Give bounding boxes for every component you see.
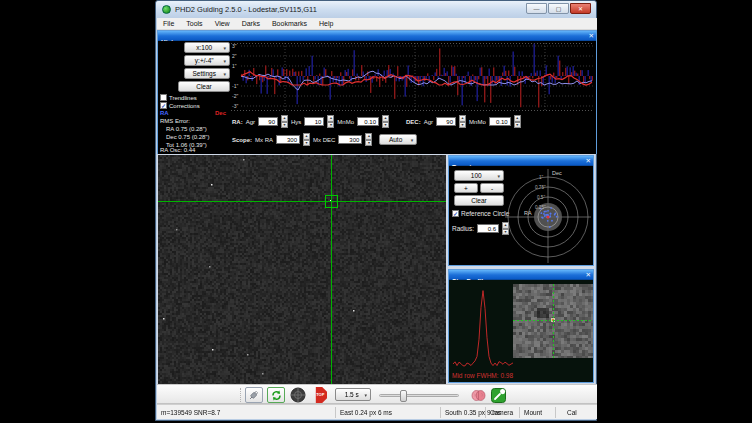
ra-axis-label: RA	[524, 210, 532, 216]
dec-legend[interactable]: Dec	[215, 110, 226, 116]
scope-params-row: Scope: Mx RA 300 ▲▼ Mx DEC 300 ▲▼ Auto▾	[232, 133, 417, 146]
minimize-button[interactable]: —	[526, 3, 547, 14]
radius-row: Radius: 0.6 ▲▼	[452, 222, 509, 235]
target-zoom-in-button[interactable]: +	[454, 183, 478, 193]
gamma-slider[interactable]	[379, 394, 459, 397]
menu-file[interactable]: File	[157, 18, 180, 29]
history-clear-button[interactable]: Clear	[178, 81, 230, 92]
dec-minmove-stepper[interactable]: ▲▼	[514, 115, 521, 128]
stop-sign-icon: STOP	[311, 387, 327, 403]
desktop-background: PHD2 Guiding 2.5.0 - Lodestar,SV115,G11 …	[0, 0, 752, 423]
star-profile-body: Mid row FWHM: 0.98	[449, 280, 593, 382]
rms-error-title: RMS Error:	[160, 118, 190, 124]
chevron-down-icon: ▾	[223, 56, 226, 66]
menu-darks[interactable]: Darks	[236, 18, 266, 29]
advanced-settings-button[interactable]	[469, 387, 487, 403]
main-toolbar: STOP 1.5 s ▾	[157, 384, 597, 404]
svg-text:2": 2"	[232, 53, 237, 59]
star-profile-panel-header[interactable]: Star Profile ✕	[449, 270, 593, 280]
star-profile-close-icon[interactable]: ✕	[586, 270, 591, 280]
window-controls: — ▢ ✕	[525, 3, 591, 14]
history-settings-dropdown[interactable]: Settings▾	[184, 68, 230, 79]
corrections-row: ✓ Corrections	[160, 102, 200, 109]
ra-hysteresis-field[interactable]: 10	[304, 117, 324, 126]
status-camera-indicator: Camera	[490, 409, 513, 416]
trendlines-row: Trendlines	[160, 94, 197, 101]
target-panel-body: 100▾ + - Clear ✓ Reference Circle Radius…	[449, 166, 593, 265]
connect-equipment-button[interactable]	[245, 387, 263, 403]
ra-osc-value: RA Osc: 0.44	[160, 147, 195, 153]
window-title: PHD2 Guiding 2.5.0 - Lodestar,SV115,G11	[175, 5, 317, 14]
trendlines-checkbox[interactable]	[160, 94, 167, 101]
exposure-duration-dropdown[interactable]: 1.5 s ▾	[335, 388, 371, 401]
status-mount-indicator: Mount	[524, 409, 542, 416]
history-yscale-dropdown[interactable]: y:+/-4"▾	[184, 55, 230, 66]
menu-help[interactable]: Help	[313, 18, 339, 29]
history-panel: History ✕ x:100▾ y:+/-4"▾ Settings▾ Clea…	[157, 30, 597, 154]
menu-tools[interactable]: Tools	[180, 18, 208, 29]
dec-aggression-stepper[interactable]: ▲▼	[459, 115, 466, 128]
svg-text:3": 3"	[232, 43, 237, 49]
chevron-down-icon: ▾	[364, 389, 367, 401]
history-xscale-dropdown[interactable]: x:100▾	[184, 42, 230, 53]
rms-ra-value: RA 0.75 (0.28")	[166, 126, 207, 132]
target-close-icon[interactable]: ✕	[586, 156, 591, 166]
dec-guide-mode-dropdown[interactable]: Auto▾	[379, 134, 417, 145]
target-panel: Target ✕ 100▾ + - Clear ✓ Reference Circ…	[448, 155, 594, 266]
guide-button[interactable]	[289, 387, 307, 403]
scope-label: Scope:	[232, 137, 252, 143]
reference-circle-checkbox[interactable]: ✓	[452, 210, 459, 217]
crosshair-vertical-line	[331, 155, 332, 384]
ring-label-025: 0.25"	[535, 205, 546, 210]
toolbar-grip[interactable]	[240, 388, 242, 402]
max-dec-stepper[interactable]: ▲▼	[365, 133, 372, 146]
camera-settings-button[interactable]	[489, 387, 507, 403]
ra-minmove-stepper[interactable]: ▲▼	[382, 115, 389, 128]
usb-plug-icon	[248, 389, 260, 401]
ra-hysteresis-stepper[interactable]: ▲▼	[327, 115, 334, 128]
menu-view[interactable]: View	[209, 18, 236, 29]
dec-minmove-field[interactable]: 0.10	[489, 117, 511, 126]
corrections-checkbox[interactable]: ✓	[160, 102, 167, 109]
history-controls: x:100▾ y:+/-4"▾ Settings▾ Clear Trendlin…	[158, 41, 230, 154]
close-button[interactable]: ✕	[570, 3, 591, 14]
ra-minmove-field[interactable]: 0.10	[357, 117, 379, 126]
phd2-main-window: PHD2 Guiding 2.5.0 - Lodestar,SV115,G11 …	[155, 0, 597, 421]
ra-aggression-field[interactable]: 90	[258, 117, 278, 126]
target-clear-button[interactable]: Clear	[454, 195, 504, 206]
ra-aggression-stepper[interactable]: ▲▼	[281, 115, 288, 128]
status-bar: m=139549 SNR=8.7 East 0.24 px 6 ms South…	[157, 404, 597, 419]
ra-params-label: RA:	[232, 119, 243, 125]
max-ra-stepper[interactable]: ▲▼	[303, 133, 310, 146]
svg-text:-2": -2"	[232, 93, 238, 99]
star-profile-curve	[451, 282, 515, 378]
stop-button[interactable]: STOP	[310, 387, 328, 403]
menu-bookmarks[interactable]: Bookmarks	[266, 18, 313, 29]
starfield-image[interactable]	[158, 155, 446, 384]
ra-legend[interactable]: RA	[160, 110, 169, 116]
svg-text:1": 1"	[232, 63, 237, 69]
gamma-slider-thumb[interactable]	[400, 390, 407, 402]
star-zoom-image	[513, 284, 593, 358]
history-panel-header[interactable]: History ✕	[158, 31, 596, 41]
target-zoom-dropdown[interactable]: 100▾	[454, 170, 504, 181]
max-ra-duration-field[interactable]: 300	[276, 135, 300, 144]
loop-exposures-button[interactable]	[267, 387, 285, 403]
rms-dec-value: Dec 0.75 (0.28")	[166, 134, 210, 140]
target-zoom-out-button[interactable]: -	[480, 183, 504, 193]
radius-field[interactable]: 0.6	[477, 224, 499, 233]
guider-image-display[interactable]	[158, 155, 446, 384]
current-position-dot	[546, 215, 549, 218]
guiding-history-graph: 3"2"1"-1"-2"-3"	[231, 43, 593, 111]
ring-label-075: 0.75"	[535, 185, 546, 190]
target-panel-header[interactable]: Target ✕	[449, 156, 593, 166]
guide-params-row: RA: Agr 90 ▲▼ Hys 10 ▲▼ MnMo 0.10 ▲▼ DEC…	[232, 115, 521, 128]
star-profile-panel: Star Profile ✕ Mid row FWHM: 0.98	[448, 269, 594, 383]
radius-label: Radius:	[452, 225, 474, 232]
dec-aggression-field[interactable]: 90	[436, 117, 456, 126]
title-bar[interactable]: PHD2 Guiding 2.5.0 - Lodestar,SV115,G11 …	[156, 1, 596, 18]
max-dec-duration-field[interactable]: 300	[338, 135, 362, 144]
status-ra-correction: East 0.24 px 6 ms	[340, 409, 392, 416]
maximize-button[interactable]: ▢	[548, 3, 569, 14]
history-close-icon[interactable]: ✕	[589, 31, 594, 41]
